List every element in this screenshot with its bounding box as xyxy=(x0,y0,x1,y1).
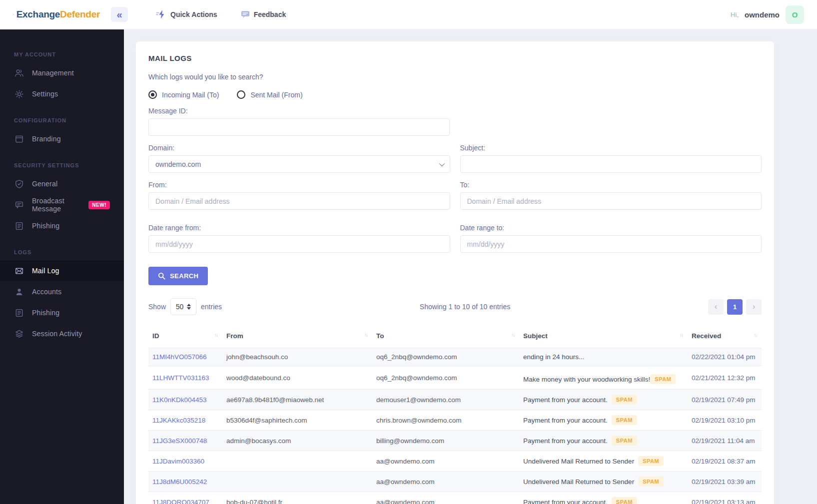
top-header: ExchangeDefender « Quick Actions Feedbac… xyxy=(0,0,817,29)
message-id-input[interactable] xyxy=(148,118,450,136)
from-cell: wood@datebound.co xyxy=(222,366,372,390)
user-icon xyxy=(14,287,24,297)
greeting-prefix: Hi, xyxy=(731,11,739,18)
sidebar-section: CONFIGURATION Branding xyxy=(0,117,124,149)
received-cell: 02/21/2021 12:32 pm xyxy=(688,366,762,390)
to-input[interactable] xyxy=(460,192,762,210)
sidebar-section: LOGS Mail Log Accounts Phishing Session … xyxy=(0,249,124,344)
entries-label: entries xyxy=(201,303,222,311)
sidebar-item-label: Broadcast Message xyxy=(32,197,80,213)
sidebar-collapse-button[interactable]: « xyxy=(111,7,128,22)
table-row: 11JG3eSX000748 admin@bocasys.com billing… xyxy=(148,431,762,451)
subject-cell: Make money with your woodworking skills!… xyxy=(519,366,688,390)
list-icon xyxy=(14,221,24,231)
sidebar-item-phishing[interactable]: Phishing xyxy=(0,302,124,323)
column-header-id[interactable]: ID↑↓ xyxy=(148,327,222,348)
sort-icon: ↑↓ xyxy=(511,332,515,338)
pagination-next-button[interactable]: › xyxy=(746,299,762,315)
table-header-row: ID↑↓ From↑↓ To↑↓ Subject↑↓ Received↑↓ xyxy=(148,327,762,348)
sidebar-item-branding[interactable]: Branding xyxy=(0,128,124,149)
sidebar-section-label: CONFIGURATION xyxy=(0,117,124,123)
showing-entries-text: Showing 1 to 10 of 10 entries xyxy=(222,303,708,311)
new-badge: NEW! xyxy=(88,201,110,209)
radio-label: Sent Mail (From) xyxy=(250,91,302,99)
message-id-link[interactable]: 11JKAKkc035218 xyxy=(152,417,205,424)
message-id-cell: 11MI4hVO057066 xyxy=(148,348,222,366)
feedback-label: Feedback xyxy=(254,10,286,18)
from-cell: b5306d4f@saphirtech.com xyxy=(222,410,372,431)
table-row: 11J8DORQ034707 bob-du-07@hotil.fr aa@own… xyxy=(148,492,762,504)
radio-icon xyxy=(148,90,157,99)
subject-input[interactable] xyxy=(460,155,762,173)
column-header-subject[interactable]: Subject↑↓ xyxy=(519,327,688,348)
to-cell: demouser1@owndemo.com xyxy=(372,390,519,410)
received-cell: 02/19/2021 07:49 pm xyxy=(688,390,762,410)
message-id-link[interactable]: 11J8DORQ034707 xyxy=(152,499,209,504)
column-header-label: Received xyxy=(692,332,721,340)
search-question: Which logs would you like to search? xyxy=(148,73,762,81)
sidebar-item-mail-log[interactable]: Mail Log xyxy=(0,260,124,281)
message-id-cell: 11JG3eSX000748 xyxy=(148,431,222,451)
layers-icon xyxy=(14,329,24,339)
radio-sent-mail-from-[interactable]: Sent Mail (From) xyxy=(237,90,302,99)
column-header-label: Subject xyxy=(523,332,548,340)
date-range-from-label: Date range from: xyxy=(148,224,450,232)
sidebar-item-management[interactable]: Management xyxy=(0,62,124,83)
sidebar-section: MY ACCOUNT Management Settings xyxy=(0,51,124,104)
search-button[interactable]: SEARCH xyxy=(148,267,208,285)
message-id-link[interactable]: 11K0nKDk004453 xyxy=(152,396,207,404)
sidebar-section-label: LOGS xyxy=(0,249,124,255)
received-cell: 02/22/2021 01:04 pm xyxy=(688,348,762,366)
pagination-prev-button[interactable]: ‹ xyxy=(708,299,724,315)
from-label: From: xyxy=(148,181,450,189)
message-id-link[interactable]: 11JDavim003360 xyxy=(152,458,204,465)
from-input[interactable] xyxy=(148,192,450,210)
sidebar-item-label: Settings xyxy=(32,90,58,98)
to-cell: chris.brown@owndemo.com xyxy=(372,410,519,431)
column-header-received[interactable]: Received↑↓ xyxy=(688,327,762,348)
message-id-cell: 11K0nKDk004453 xyxy=(148,390,222,410)
column-header-label: From xyxy=(226,332,243,340)
date-from-input[interactable] xyxy=(148,235,450,253)
sidebar-item-phishing[interactable]: Phishing xyxy=(0,215,124,236)
subject-cell: Undelivered Mail Returned to SenderSPAM xyxy=(519,451,688,472)
column-header-from[interactable]: From↑↓ xyxy=(222,327,372,348)
date-to-input[interactable] xyxy=(460,235,762,253)
exchangedefender-logo[interactable]: ExchangeDefender xyxy=(0,7,100,22)
quick-actions-button[interactable]: Quick Actions xyxy=(156,9,217,19)
column-header-to[interactable]: To↑↓ xyxy=(372,327,519,348)
logo-swirl-icon xyxy=(13,7,14,22)
message-id-link[interactable]: 11LHWTTV031163 xyxy=(152,374,209,382)
domain-select[interactable]: owndemo.com xyxy=(148,155,450,173)
from-cell xyxy=(222,472,372,492)
spam-badge: SPAM xyxy=(650,374,676,384)
envelope-icon xyxy=(14,266,24,276)
feedback-chat-icon xyxy=(240,9,250,19)
sidebar-item-general[interactable]: General xyxy=(0,173,124,194)
table-row: 11JDavim003360 aa@owndemo.com Undelivere… xyxy=(148,451,762,472)
sidebar-section-label: MY ACCOUNT xyxy=(0,51,124,57)
sidebar-item-settings[interactable]: Settings xyxy=(0,83,124,104)
received-cell: 02/19/2021 11:04 am xyxy=(688,431,762,451)
message-id-link[interactable]: 11MI4hVO057066 xyxy=(152,353,207,361)
from-cell: bob-du-07@hotil.fr xyxy=(222,492,372,504)
sidebar-item-accounts[interactable]: Accounts xyxy=(0,281,124,302)
sidebar-item-broadcast-message[interactable]: Broadcast Message NEW! xyxy=(0,194,124,215)
chevron-down-icon xyxy=(439,160,444,166)
sort-icon: ↑↓ xyxy=(364,332,368,338)
message-id-link[interactable]: 11J8dM6U005242 xyxy=(152,478,207,486)
window-icon xyxy=(14,134,24,144)
user-avatar[interactable]: O xyxy=(786,5,804,24)
page-size-select[interactable]: 50 xyxy=(170,298,196,315)
sidebar-section-label: SECURITY SETTINGS xyxy=(0,162,124,168)
message-id-link[interactable]: 11JG3eSX000748 xyxy=(152,437,207,445)
radio-incoming-mail-to-[interactable]: Incoming Mail (To) xyxy=(148,90,219,99)
subject-cell: Payment from your account.SPAM xyxy=(519,410,688,431)
subject-cell: Payment from your account.SPAM xyxy=(519,390,688,410)
pagination-page-1-button[interactable]: 1 xyxy=(727,299,743,315)
spam-badge: SPAM xyxy=(638,456,664,466)
mail-log-table: ID↑↓ From↑↓ To↑↓ Subject↑↓ Received↑↓ 11… xyxy=(148,327,762,504)
shield-icon xyxy=(14,179,24,189)
sidebar-item-session-activity[interactable]: Session Activity xyxy=(0,323,124,344)
feedback-button[interactable]: Feedback xyxy=(240,9,286,19)
